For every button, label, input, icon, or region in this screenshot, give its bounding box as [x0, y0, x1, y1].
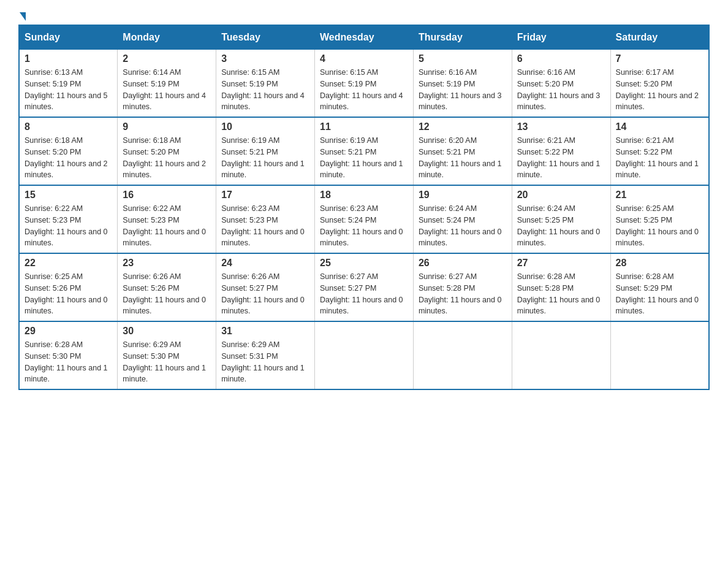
day-info: Sunrise: 6:23 AMSunset: 5:24 PMDaylight:… — [320, 203, 408, 249]
day-info: Sunrise: 6:18 AMSunset: 5:20 PMDaylight:… — [25, 135, 112, 181]
day-number: 19 — [419, 190, 507, 201]
calendar-cell: 15Sunrise: 6:22 AMSunset: 5:23 PMDayligh… — [19, 185, 118, 253]
day-info: Sunrise: 6:28 AMSunset: 5:29 PMDaylight:… — [616, 271, 703, 317]
day-number: 27 — [517, 258, 605, 269]
calendar-cell: 5Sunrise: 6:16 AMSunset: 5:19 PMDaylight… — [413, 50, 512, 118]
day-number: 20 — [517, 190, 605, 201]
calendar-cell: 27Sunrise: 6:28 AMSunset: 5:28 PMDayligh… — [512, 253, 610, 321]
weekday-header-friday: Friday — [512, 25, 610, 50]
day-number: 9 — [123, 121, 211, 132]
day-info: Sunrise: 6:26 AMSunset: 5:27 PMDaylight:… — [221, 271, 309, 317]
day-number: 2 — [123, 53, 211, 64]
calendar-cell: 24Sunrise: 6:26 AMSunset: 5:27 PMDayligh… — [216, 253, 315, 321]
day-info: Sunrise: 6:29 AMSunset: 5:30 PMDaylight:… — [123, 339, 211, 385]
day-number: 7 — [616, 53, 703, 64]
calendar-cell: 7Sunrise: 6:17 AMSunset: 5:20 PMDaylight… — [610, 50, 709, 118]
calendar-cell: 1Sunrise: 6:13 AMSunset: 5:19 PMDaylight… — [19, 50, 118, 118]
calendar-week-4: 22Sunrise: 6:25 AMSunset: 5:26 PMDayligh… — [19, 253, 709, 321]
day-number: 16 — [123, 190, 211, 201]
calendar-cell: 9Sunrise: 6:18 AMSunset: 5:20 PMDaylight… — [118, 117, 216, 185]
day-info: Sunrise: 6:23 AMSunset: 5:23 PMDaylight:… — [221, 203, 309, 249]
day-number: 1 — [25, 53, 112, 64]
day-info: Sunrise: 6:16 AMSunset: 5:20 PMDaylight:… — [517, 67, 605, 113]
day-number: 13 — [517, 121, 605, 132]
logo-top-line — [18, 12, 27, 21]
calendar-week-2: 8Sunrise: 6:18 AMSunset: 5:20 PMDaylight… — [19, 117, 709, 185]
logo — [18, 12, 27, 18]
calendar-cell: 14Sunrise: 6:21 AMSunset: 5:22 PMDayligh… — [610, 117, 709, 185]
calendar-week-3: 15Sunrise: 6:22 AMSunset: 5:23 PMDayligh… — [19, 185, 709, 253]
day-number: 4 — [320, 53, 408, 64]
calendar-cell: 8Sunrise: 6:18 AMSunset: 5:20 PMDaylight… — [19, 117, 118, 185]
calendar-cell — [610, 321, 709, 389]
calendar-cell: 10Sunrise: 6:19 AMSunset: 5:21 PMDayligh… — [216, 117, 315, 185]
day-info: Sunrise: 6:16 AMSunset: 5:19 PMDaylight:… — [419, 67, 507, 113]
calendar-cell: 23Sunrise: 6:26 AMSunset: 5:26 PMDayligh… — [118, 253, 216, 321]
day-number: 10 — [221, 121, 309, 132]
day-number: 22 — [25, 258, 112, 269]
day-info: Sunrise: 6:25 AMSunset: 5:26 PMDaylight:… — [25, 271, 112, 317]
weekday-header-wednesday: Wednesday — [315, 25, 414, 50]
day-info: Sunrise: 6:14 AMSunset: 5:19 PMDaylight:… — [123, 67, 211, 113]
weekday-header-tuesday: Tuesday — [216, 25, 315, 50]
calendar-cell: 22Sunrise: 6:25 AMSunset: 5:26 PMDayligh… — [19, 253, 118, 321]
calendar-cell: 29Sunrise: 6:28 AMSunset: 5:30 PMDayligh… — [19, 321, 118, 389]
calendar-table: SundayMondayTuesdayWednesdayThursdayFrid… — [18, 25, 710, 390]
calendar-cell: 13Sunrise: 6:21 AMSunset: 5:22 PMDayligh… — [512, 117, 610, 185]
calendar-week-1: 1Sunrise: 6:13 AMSunset: 5:19 PMDaylight… — [19, 50, 709, 118]
calendar-cell: 17Sunrise: 6:23 AMSunset: 5:23 PMDayligh… — [216, 185, 315, 253]
calendar-cell: 31Sunrise: 6:29 AMSunset: 5:31 PMDayligh… — [216, 321, 315, 389]
day-number: 30 — [123, 326, 211, 337]
day-number: 26 — [419, 258, 507, 269]
calendar-cell: 3Sunrise: 6:15 AMSunset: 5:19 PMDaylight… — [216, 50, 315, 118]
day-info: Sunrise: 6:22 AMSunset: 5:23 PMDaylight:… — [123, 203, 211, 249]
calendar-cell — [315, 321, 414, 389]
day-info: Sunrise: 6:25 AMSunset: 5:25 PMDaylight:… — [616, 203, 703, 249]
day-number: 6 — [517, 53, 605, 64]
day-number: 29 — [25, 326, 112, 337]
day-info: Sunrise: 6:27 AMSunset: 5:28 PMDaylight:… — [419, 271, 507, 317]
logo-arrow-icon — [20, 12, 26, 21]
day-number: 18 — [320, 190, 408, 201]
calendar-cell: 16Sunrise: 6:22 AMSunset: 5:23 PMDayligh… — [118, 185, 216, 253]
day-number: 24 — [221, 258, 309, 269]
day-number: 14 — [616, 121, 703, 132]
calendar-cell: 20Sunrise: 6:24 AMSunset: 5:25 PMDayligh… — [512, 185, 610, 253]
calendar-cell: 26Sunrise: 6:27 AMSunset: 5:28 PMDayligh… — [413, 253, 512, 321]
day-number: 17 — [221, 190, 309, 201]
day-number: 28 — [616, 258, 703, 269]
day-info: Sunrise: 6:24 AMSunset: 5:24 PMDaylight:… — [419, 203, 507, 249]
day-info: Sunrise: 6:21 AMSunset: 5:22 PMDaylight:… — [616, 135, 703, 181]
calendar-cell: 30Sunrise: 6:29 AMSunset: 5:30 PMDayligh… — [118, 321, 216, 389]
weekday-header-thursday: Thursday — [413, 25, 512, 50]
day-info: Sunrise: 6:13 AMSunset: 5:19 PMDaylight:… — [25, 67, 112, 113]
calendar-cell: 12Sunrise: 6:20 AMSunset: 5:21 PMDayligh… — [413, 117, 512, 185]
day-number: 8 — [25, 121, 112, 132]
calendar-cell — [512, 321, 610, 389]
page-header — [18, 12, 710, 18]
day-number: 25 — [320, 258, 408, 269]
day-number: 12 — [419, 121, 507, 132]
calendar-cell: 18Sunrise: 6:23 AMSunset: 5:24 PMDayligh… — [315, 185, 414, 253]
day-info: Sunrise: 6:26 AMSunset: 5:26 PMDaylight:… — [123, 271, 211, 317]
day-number: 5 — [419, 53, 507, 64]
day-info: Sunrise: 6:28 AMSunset: 5:28 PMDaylight:… — [517, 271, 605, 317]
day-info: Sunrise: 6:19 AMSunset: 5:21 PMDaylight:… — [221, 135, 309, 181]
day-number: 23 — [123, 258, 211, 269]
calendar-cell: 21Sunrise: 6:25 AMSunset: 5:25 PMDayligh… — [610, 185, 709, 253]
day-info: Sunrise: 6:28 AMSunset: 5:30 PMDaylight:… — [25, 339, 112, 385]
weekday-header-saturday: Saturday — [610, 25, 709, 50]
day-info: Sunrise: 6:24 AMSunset: 5:25 PMDaylight:… — [517, 203, 605, 249]
day-number: 11 — [320, 121, 408, 132]
day-info: Sunrise: 6:17 AMSunset: 5:20 PMDaylight:… — [616, 67, 703, 113]
day-info: Sunrise: 6:21 AMSunset: 5:22 PMDaylight:… — [517, 135, 605, 181]
day-number: 3 — [221, 53, 309, 64]
day-info: Sunrise: 6:19 AMSunset: 5:21 PMDaylight:… — [320, 135, 408, 181]
day-number: 31 — [221, 326, 309, 337]
calendar-cell — [413, 321, 512, 389]
day-info: Sunrise: 6:15 AMSunset: 5:19 PMDaylight:… — [320, 67, 408, 113]
calendar-cell: 19Sunrise: 6:24 AMSunset: 5:24 PMDayligh… — [413, 185, 512, 253]
weekday-header-monday: Monday — [118, 25, 216, 50]
calendar-cell: 2Sunrise: 6:14 AMSunset: 5:19 PMDaylight… — [118, 50, 216, 118]
day-info: Sunrise: 6:22 AMSunset: 5:23 PMDaylight:… — [25, 203, 112, 249]
